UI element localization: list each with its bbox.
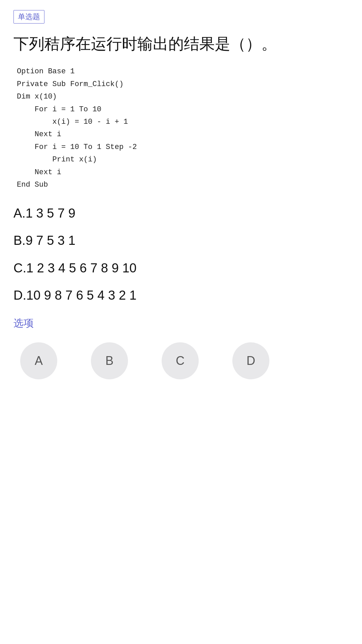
option-c: C.1 2 3 4 5 6 7 8 9 10 bbox=[13, 259, 349, 277]
answer-button-b[interactable]: B bbox=[91, 342, 128, 379]
option-a: A.1 3 5 7 9 bbox=[13, 204, 349, 222]
question-title: 下列秸序在运行时输出的结果是（）。 bbox=[13, 33, 349, 54]
code-line-4: For i = 1 To 10 bbox=[17, 103, 349, 116]
code-line-1: Option Base 1 bbox=[17, 65, 349, 78]
options-label[interactable]: 选项 bbox=[13, 316, 349, 330]
code-line-8: Print x(i) bbox=[17, 153, 349, 166]
answer-button-c[interactable]: C bbox=[162, 342, 199, 379]
question-type-badge: 单选题 bbox=[13, 10, 44, 24]
code-line-10: End Sub bbox=[17, 179, 349, 191]
option-d: D.10 9 8 7 6 5 4 3 2 1 bbox=[13, 287, 349, 304]
options-list: A.1 3 5 7 9 B.9 7 5 3 1 C.1 2 3 4 5 6 7 … bbox=[13, 204, 349, 304]
answer-buttons-container: A B C D bbox=[13, 342, 349, 379]
code-block: Option Base 1 Private Sub Form_Click() D… bbox=[13, 65, 349, 191]
code-line-2: Private Sub Form_Click() bbox=[17, 78, 349, 90]
code-line-6: Next i bbox=[17, 128, 349, 141]
answer-button-d[interactable]: D bbox=[232, 342, 269, 379]
code-line-3: Dim x(10) bbox=[17, 90, 349, 103]
code-line-7: For i = 10 To 1 Step -2 bbox=[17, 141, 349, 153]
code-line-5: x(i) = 10 - i + 1 bbox=[17, 116, 349, 128]
code-line-9: Next i bbox=[17, 166, 349, 179]
option-b: B.9 7 5 3 1 bbox=[13, 232, 349, 250]
answer-button-a[interactable]: A bbox=[20, 342, 57, 379]
